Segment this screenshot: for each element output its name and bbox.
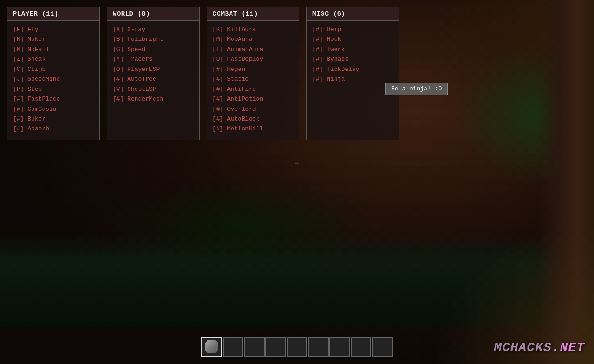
- list-item[interactable]: [B] Fullbright: [113, 34, 194, 44]
- list-item[interactable]: [#] AntiPotion: [213, 94, 293, 104]
- panel-world: WORLD (8)[X] X-ray[B] Fullbright[G] Spee…: [107, 7, 200, 140]
- hotbar-slot-3[interactable]: [265, 337, 286, 357]
- hotbar-slot-6[interactable]: [329, 337, 350, 357]
- panel-player-header: PLAYER (11): [7, 7, 99, 21]
- list-item[interactable]: [G] Speed: [113, 45, 194, 54]
- watermark-suffix: .NET: [552, 340, 585, 355]
- panel-misc-items: [#] Derp[#] Mock[#] Twerk[#] Bypass[#] T…: [307, 21, 399, 90]
- game-ui: PLAYER (11)[F] Fly[H] Nuker[N] NoFall[Z]…: [0, 0, 594, 364]
- list-item[interactable]: [#] Regen: [213, 64, 293, 74]
- list-item[interactable]: [#] MotionKill: [213, 124, 293, 134]
- crosshair: +: [295, 159, 300, 168]
- list-item[interactable]: [#] Absorb: [13, 124, 94, 134]
- hotbar-slot-5[interactable]: [308, 337, 329, 357]
- list-item[interactable]: [C] Climb: [13, 64, 94, 74]
- panel-world-header: WORLD (8): [107, 7, 199, 21]
- hotbar-slot-2[interactable]: [244, 337, 265, 357]
- list-item[interactable]: [K] KillAura: [213, 25, 293, 34]
- panel-player-items: [F] Fly[H] Nuker[N] NoFall[Z] Sneak[C] C…: [7, 21, 99, 140]
- panel-world-items: [X] X-ray[B] Fullbright[G] Speed[Y] Trac…: [107, 21, 199, 110]
- list-item[interactable]: [#] RenderMesh: [113, 94, 194, 104]
- hotbar-slot-7[interactable]: [351, 337, 371, 357]
- hotbar-slot-1[interactable]: [223, 337, 243, 357]
- panel-combat: COMBAT (11)[K] KillAura[M] MobAura[L] An…: [207, 7, 299, 140]
- list-item[interactable]: [#] Ninja: [312, 74, 393, 84]
- panel-player: PLAYER (11)[F] Fly[H] Nuker[N] NoFall[Z]…: [7, 7, 100, 140]
- panel-combat-header: COMBAT (11): [207, 7, 299, 21]
- list-item[interactable]: [U] FastDeploy: [213, 54, 293, 64]
- list-item[interactable]: [N] NoFall: [13, 45, 94, 54]
- ninja-tooltip: Be a ninja! :O: [385, 83, 448, 95]
- hotbar: [201, 337, 393, 357]
- list-item[interactable]: [Y] Tracers: [113, 54, 194, 64]
- list-item[interactable]: [F] Fly: [13, 25, 94, 34]
- list-item[interactable]: [V] ChestESP: [113, 84, 194, 94]
- list-item[interactable]: [#] Derp: [312, 25, 393, 34]
- list-item[interactable]: [Z] Sneak: [13, 54, 94, 64]
- panel-misc: MISC (6)[#] Derp[#] Mock[#] Twerk[#] Byp…: [306, 7, 399, 140]
- list-item[interactable]: [H] Nuker: [13, 34, 94, 44]
- list-item[interactable]: [#] AutoTree: [113, 74, 194, 84]
- panel-misc-header: MISC (6): [307, 7, 399, 21]
- list-item[interactable]: [#] Overlord: [213, 104, 293, 114]
- item-icon: [205, 340, 218, 353]
- list-item[interactable]: [M] MobAura: [213, 34, 293, 44]
- hotbar-slot-0[interactable]: [201, 337, 222, 357]
- list-item[interactable]: [J] SpeedMine: [13, 74, 94, 84]
- list-item[interactable]: [#] AutoBlock: [213, 114, 293, 124]
- panel-combat-items: [K] KillAura[M] MobAura[L] AnimalAura[U]…: [207, 21, 299, 140]
- list-item[interactable]: [O] PlayerESP: [113, 64, 194, 74]
- watermark-prefix: MCHACKS: [494, 340, 552, 355]
- list-item[interactable]: [P] Step: [13, 84, 94, 94]
- panels-container: PLAYER (11)[F] Fly[H] Nuker[N] NoFall[Z]…: [0, 0, 413, 147]
- list-item[interactable]: [X] X-ray: [113, 25, 194, 34]
- list-item[interactable]: [L] AnimalAura: [213, 45, 293, 54]
- list-item[interactable]: [#] AntiFire: [213, 84, 293, 94]
- list-item[interactable]: [#] Buker: [13, 114, 94, 124]
- list-item[interactable]: [#] Static: [213, 74, 293, 84]
- list-item[interactable]: [#] FastPlace: [13, 94, 94, 104]
- list-item[interactable]: [#] CamCasia: [13, 104, 94, 114]
- list-item[interactable]: [#] Twerk: [312, 45, 393, 54]
- list-item[interactable]: [#] Bypass: [312, 54, 393, 64]
- hotbar-slot-4[interactable]: [287, 337, 307, 357]
- hotbar-slot-8[interactable]: [372, 337, 393, 357]
- list-item[interactable]: [#] TickDelay: [312, 64, 393, 74]
- list-item[interactable]: [#] Mock: [312, 34, 393, 44]
- watermark: MCHACKS.NET: [494, 340, 585, 355]
